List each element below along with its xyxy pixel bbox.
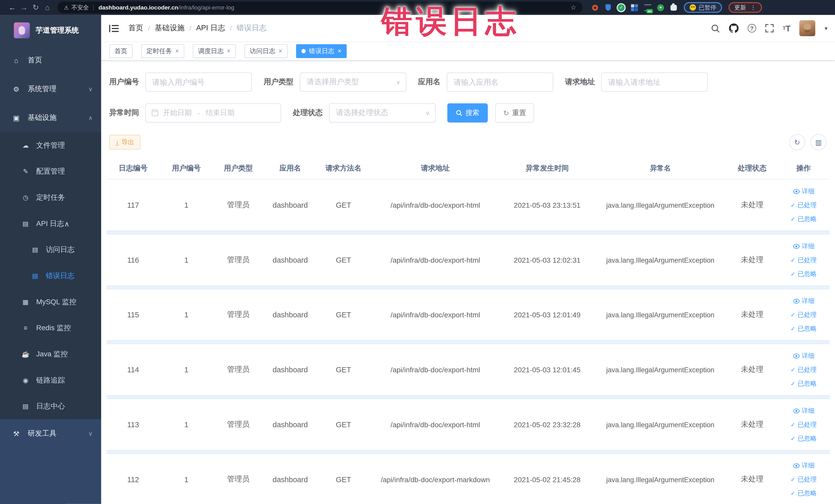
processed-link[interactable]: ✓已处理 bbox=[791, 420, 817, 429]
ignored-link[interactable]: ✓已忽略 bbox=[791, 324, 817, 333]
tag-schedule-log[interactable]: 调度日志 × bbox=[193, 44, 236, 58]
sidebar-item-infra[interactable]: ▣ 基础设施 ∧ bbox=[0, 103, 101, 132]
detail-link[interactable]: 详细 bbox=[793, 297, 814, 305]
help-icon[interactable]: ? bbox=[748, 24, 756, 32]
extension-icon-orange[interactable] bbox=[591, 4, 598, 11]
app-name-input[interactable] bbox=[447, 73, 553, 92]
sidebar-item-dev-tools[interactable]: ⚒ 研发工具 ∨ bbox=[0, 419, 101, 448]
sidebar-item-config-manage[interactable]: ✎ 配置管理 bbox=[0, 158, 101, 184]
cell-exception-name: java.lang.IllegalArgumentException bbox=[594, 476, 727, 483]
address-bar[interactable]: ⚠ 不安全 dashboard.yudao.iocoder.cn /infra/… bbox=[58, 2, 583, 13]
detail-link[interactable]: 详细 bbox=[793, 461, 814, 470]
tag-access-log[interactable]: 访问日志 × bbox=[244, 44, 287, 58]
tag-label: 错误日志 bbox=[309, 47, 334, 56]
detail-link[interactable]: 详细 bbox=[793, 187, 814, 196]
extension-icon-puzzle[interactable] bbox=[670, 4, 677, 11]
search-button-label: 搜索 bbox=[465, 108, 479, 118]
detail-link[interactable]: 详细 bbox=[793, 242, 814, 250]
tag-scheduled-jobs[interactable]: 定时任务 × bbox=[141, 44, 184, 58]
security-label[interactable]: 不安全 bbox=[72, 3, 89, 11]
check-icon: ✓ bbox=[791, 366, 795, 373]
extension-icon-shield[interactable] bbox=[605, 4, 612, 11]
extension-icon-green-check[interactable]: ✓ bbox=[618, 4, 625, 11]
browser-reload-icon[interactable]: ↻ bbox=[30, 0, 42, 15]
sidebar-item-label: 配置管理 bbox=[36, 166, 65, 176]
browser-menu-icon[interactable]: ⋮ bbox=[750, 4, 756, 11]
detail-link[interactable]: 详细 bbox=[793, 406, 814, 415]
request-url-input[interactable] bbox=[601, 73, 708, 92]
table-header-row: 日志编号 用户编号 用户类型 应用名 请求方法名 请求地址 异常发生时间 异常名… bbox=[106, 158, 830, 180]
chevron-down-icon: ∨ bbox=[88, 85, 93, 93]
browser-home-icon[interactable]: ⌂ bbox=[42, 0, 54, 15]
sidebar-item-api-log[interactable]: ▤ API 日志 ∧ bbox=[0, 210, 101, 237]
refresh-button[interactable]: ↻ bbox=[789, 134, 805, 150]
user-type-select[interactable]: 请选择用户类型 ∨ bbox=[300, 73, 406, 92]
tag-label: 调度日志 bbox=[198, 47, 224, 56]
breadcrumb-item[interactable]: API 日志 bbox=[196, 23, 225, 33]
browser-back-icon[interactable]: ← bbox=[6, 0, 18, 15]
ignored-link[interactable]: ✓已忽略 bbox=[791, 489, 817, 498]
column-settings-button[interactable]: ▥ bbox=[811, 134, 827, 150]
detail-link[interactable]: 详细 bbox=[793, 351, 814, 360]
date-range-picker[interactable]: 开始日期 - 结束日期 bbox=[145, 103, 281, 122]
cell-log-id: 117 bbox=[106, 201, 160, 209]
tag-home[interactable]: 首页 bbox=[109, 44, 133, 58]
breadcrumb-item[interactable]: 首页 bbox=[128, 23, 143, 33]
profile-paused-badge[interactable]: 已暂停 bbox=[684, 2, 722, 13]
sidebar-item-java-monitor[interactable]: ☕ Java 监控 bbox=[0, 341, 101, 367]
close-icon[interactable]: × bbox=[227, 47, 231, 55]
cell-user-type: 管理员 bbox=[213, 200, 264, 210]
ignored-link[interactable]: ✓已忽略 bbox=[791, 379, 817, 388]
ignored-link[interactable]: ✓已忽略 bbox=[791, 434, 817, 443]
avatar-caret-icon[interactable]: ▾ bbox=[824, 25, 827, 32]
fullscreen-icon[interactable] bbox=[765, 24, 774, 32]
sidebar-item-log-center[interactable]: ▤ 日志中心 bbox=[0, 393, 101, 419]
user-id-input[interactable] bbox=[145, 73, 252, 92]
sidebar-item-file-manage[interactable]: ☁ 文件管理 bbox=[0, 132, 101, 158]
search-icon[interactable] bbox=[711, 24, 720, 33]
processed-link[interactable]: ✓已处理 bbox=[791, 475, 817, 484]
url-path: /infra/log/api-error-log bbox=[178, 4, 234, 11]
avatar[interactable] bbox=[799, 20, 815, 36]
col-header-log-id: 日志编号 bbox=[106, 164, 160, 173]
close-icon[interactable]: × bbox=[175, 47, 179, 55]
ignored-link[interactable]: ✓已忽略 bbox=[791, 215, 817, 223]
sidebar-item-access-log[interactable]: ▤ 访问日志 bbox=[0, 237, 101, 263]
extension-icon-on-badge[interactable]: on bbox=[644, 4, 651, 11]
browser-forward-icon[interactable]: → bbox=[18, 0, 30, 15]
processed-link[interactable]: ✓已处理 bbox=[791, 256, 817, 264]
extension-icon-grid[interactable] bbox=[630, 4, 638, 11]
reset-button[interactable]: ↻ 重置 bbox=[495, 103, 534, 122]
github-icon[interactable] bbox=[729, 23, 738, 33]
sidebar-item-system[interactable]: ⚙ 系统管理 ∨ bbox=[0, 75, 101, 103]
extension-icon-green[interactable]: ✦ bbox=[657, 4, 664, 11]
close-icon[interactable]: × bbox=[279, 47, 282, 55]
browser-update-button[interactable]: 更新 ⋮ bbox=[729, 2, 762, 13]
sidebar-item-tracing[interactable]: ◉ 链路追踪 bbox=[0, 367, 101, 393]
export-button[interactable]: ↓ 导出 bbox=[109, 135, 140, 150]
table-row: 117 1 管理员 dashboard GET /api/infra/db-do… bbox=[106, 180, 830, 230]
processed-link[interactable]: ✓已处理 bbox=[791, 310, 817, 319]
sidebar-logo[interactable]: 芋道管理系统 bbox=[0, 15, 101, 46]
sidebar-item-error-log[interactable]: ▤ 错误日志 bbox=[0, 263, 101, 289]
processed-link[interactable]: ✓已处理 bbox=[791, 365, 817, 374]
ignored-link[interactable]: ✓已忽略 bbox=[791, 269, 817, 278]
bookmark-star-icon[interactable]: ☆ bbox=[570, 4, 576, 11]
field-label: 用户编号 bbox=[109, 77, 139, 87]
search-button[interactable]: 搜索 bbox=[447, 103, 488, 122]
sidebar-item-home[interactable]: ⌂ 首页 bbox=[0, 46, 101, 75]
process-status-select[interactable]: 请选择处理状态 ∨ bbox=[329, 103, 435, 122]
sidebar-item-redis-monitor[interactable]: ≡ Redis 监控 bbox=[0, 315, 101, 341]
processed-link[interactable]: ✓已处理 bbox=[791, 201, 817, 209]
breadcrumb-item[interactable]: 基础设施 bbox=[155, 23, 185, 33]
sidebar-item-scheduled-jobs[interactable]: ◷ 定时任务 bbox=[0, 184, 101, 210]
sidebar-toggle-icon[interactable] bbox=[109, 24, 119, 32]
table-row: 113 1 管理员 dashboard GET /api/infra/db-do… bbox=[106, 399, 830, 450]
sidebar-item-label: 研发工具 bbox=[28, 429, 57, 438]
tag-error-log[interactable]: 错误日志 × bbox=[296, 44, 347, 58]
close-icon[interactable]: × bbox=[338, 47, 341, 55]
sidebar-item-mysql-monitor[interactable]: ▦ MySQL 监控 bbox=[0, 288, 101, 315]
gear-icon: ⚙ bbox=[12, 85, 21, 93]
font-size-icon[interactable]: TT bbox=[782, 24, 790, 33]
security-warning-icon: ⚠ bbox=[64, 5, 69, 11]
